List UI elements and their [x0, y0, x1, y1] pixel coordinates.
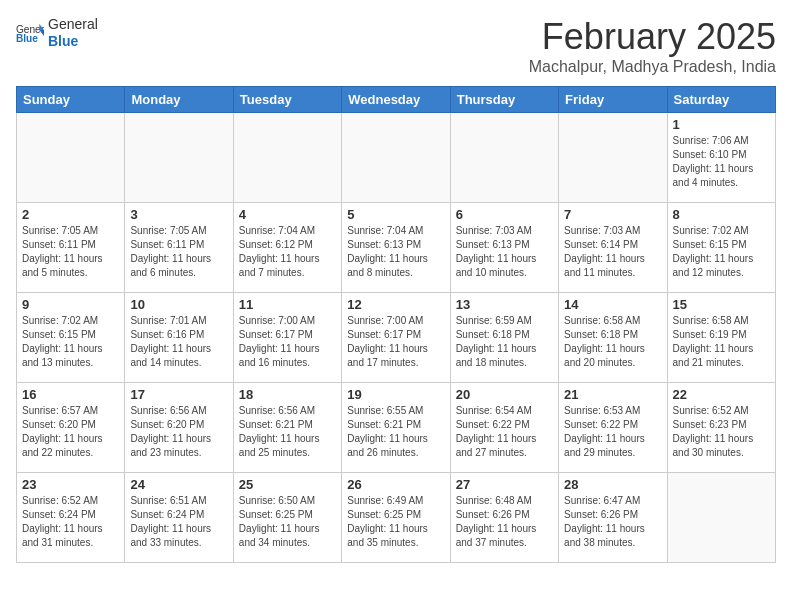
day-number: 14 [564, 297, 661, 312]
day-number: 1 [673, 117, 770, 132]
calendar-cell: 25Sunrise: 6:50 AM Sunset: 6:25 PM Dayli… [233, 473, 341, 563]
calendar-week-row: 2Sunrise: 7:05 AM Sunset: 6:11 PM Daylig… [17, 203, 776, 293]
day-of-week-header: Monday [125, 87, 233, 113]
calendar-cell: 22Sunrise: 6:52 AM Sunset: 6:23 PM Dayli… [667, 383, 775, 473]
day-number: 22 [673, 387, 770, 402]
logo-general-text: General [48, 16, 98, 33]
day-number: 17 [130, 387, 227, 402]
calendar-table: SundayMondayTuesdayWednesdayThursdayFrid… [16, 86, 776, 563]
calendar-cell: 3Sunrise: 7:05 AM Sunset: 6:11 PM Daylig… [125, 203, 233, 293]
calendar-cell: 2Sunrise: 7:05 AM Sunset: 6:11 PM Daylig… [17, 203, 125, 293]
day-number: 10 [130, 297, 227, 312]
calendar-cell: 13Sunrise: 6:59 AM Sunset: 6:18 PM Dayli… [450, 293, 558, 383]
logo-icon: General Blue [16, 22, 44, 44]
day-number: 24 [130, 477, 227, 492]
calendar-cell: 4Sunrise: 7:04 AM Sunset: 6:12 PM Daylig… [233, 203, 341, 293]
day-info: Sunrise: 6:53 AM Sunset: 6:22 PM Dayligh… [564, 404, 661, 460]
day-info: Sunrise: 6:47 AM Sunset: 6:26 PM Dayligh… [564, 494, 661, 550]
day-info: Sunrise: 7:01 AM Sunset: 6:16 PM Dayligh… [130, 314, 227, 370]
day-info: Sunrise: 6:54 AM Sunset: 6:22 PM Dayligh… [456, 404, 553, 460]
day-number: 23 [22, 477, 119, 492]
day-number: 21 [564, 387, 661, 402]
calendar-cell: 5Sunrise: 7:04 AM Sunset: 6:13 PM Daylig… [342, 203, 450, 293]
svg-text:Blue: Blue [16, 33, 38, 44]
logo-blue-text: Blue [48, 33, 98, 50]
day-of-week-header: Thursday [450, 87, 558, 113]
calendar-cell: 7Sunrise: 7:03 AM Sunset: 6:14 PM Daylig… [559, 203, 667, 293]
calendar-cell: 21Sunrise: 6:53 AM Sunset: 6:22 PM Dayli… [559, 383, 667, 473]
calendar-cell [450, 113, 558, 203]
calendar-week-row: 23Sunrise: 6:52 AM Sunset: 6:24 PM Dayli… [17, 473, 776, 563]
day-number: 3 [130, 207, 227, 222]
calendar-cell: 1Sunrise: 7:06 AM Sunset: 6:10 PM Daylig… [667, 113, 775, 203]
day-info: Sunrise: 6:48 AM Sunset: 6:26 PM Dayligh… [456, 494, 553, 550]
day-number: 19 [347, 387, 444, 402]
day-info: Sunrise: 7:02 AM Sunset: 6:15 PM Dayligh… [22, 314, 119, 370]
day-info: Sunrise: 7:03 AM Sunset: 6:14 PM Dayligh… [564, 224, 661, 280]
day-number: 27 [456, 477, 553, 492]
day-number: 20 [456, 387, 553, 402]
calendar-cell: 26Sunrise: 6:49 AM Sunset: 6:25 PM Dayli… [342, 473, 450, 563]
day-info: Sunrise: 6:52 AM Sunset: 6:24 PM Dayligh… [22, 494, 119, 550]
calendar-week-row: 1Sunrise: 7:06 AM Sunset: 6:10 PM Daylig… [17, 113, 776, 203]
day-info: Sunrise: 7:06 AM Sunset: 6:10 PM Dayligh… [673, 134, 770, 190]
calendar-cell: 11Sunrise: 7:00 AM Sunset: 6:17 PM Dayli… [233, 293, 341, 383]
calendar-subtitle: Machalpur, Madhya Pradesh, India [529, 58, 776, 76]
calendar-cell [17, 113, 125, 203]
day-number: 6 [456, 207, 553, 222]
day-info: Sunrise: 7:04 AM Sunset: 6:13 PM Dayligh… [347, 224, 444, 280]
day-number: 11 [239, 297, 336, 312]
calendar-cell: 16Sunrise: 6:57 AM Sunset: 6:20 PM Dayli… [17, 383, 125, 473]
day-info: Sunrise: 6:56 AM Sunset: 6:20 PM Dayligh… [130, 404, 227, 460]
day-of-week-header: Saturday [667, 87, 775, 113]
calendar-cell: 27Sunrise: 6:48 AM Sunset: 6:26 PM Dayli… [450, 473, 558, 563]
calendar-cell: 8Sunrise: 7:02 AM Sunset: 6:15 PM Daylig… [667, 203, 775, 293]
calendar-cell [667, 473, 775, 563]
day-of-week-header: Tuesday [233, 87, 341, 113]
day-info: Sunrise: 6:57 AM Sunset: 6:20 PM Dayligh… [22, 404, 119, 460]
calendar-cell: 20Sunrise: 6:54 AM Sunset: 6:22 PM Dayli… [450, 383, 558, 473]
calendar-cell [125, 113, 233, 203]
calendar-title: February 2025 [529, 16, 776, 58]
calendar-cell [233, 113, 341, 203]
day-number: 12 [347, 297, 444, 312]
day-info: Sunrise: 6:59 AM Sunset: 6:18 PM Dayligh… [456, 314, 553, 370]
day-info: Sunrise: 7:05 AM Sunset: 6:11 PM Dayligh… [22, 224, 119, 280]
day-number: 26 [347, 477, 444, 492]
day-info: Sunrise: 6:50 AM Sunset: 6:25 PM Dayligh… [239, 494, 336, 550]
day-info: Sunrise: 7:05 AM Sunset: 6:11 PM Dayligh… [130, 224, 227, 280]
calendar-week-row: 16Sunrise: 6:57 AM Sunset: 6:20 PM Dayli… [17, 383, 776, 473]
day-info: Sunrise: 7:04 AM Sunset: 6:12 PM Dayligh… [239, 224, 336, 280]
day-info: Sunrise: 6:51 AM Sunset: 6:24 PM Dayligh… [130, 494, 227, 550]
day-number: 13 [456, 297, 553, 312]
calendar-cell: 10Sunrise: 7:01 AM Sunset: 6:16 PM Dayli… [125, 293, 233, 383]
calendar-cell [342, 113, 450, 203]
calendar-cell: 18Sunrise: 6:56 AM Sunset: 6:21 PM Dayli… [233, 383, 341, 473]
calendar-cell: 24Sunrise: 6:51 AM Sunset: 6:24 PM Dayli… [125, 473, 233, 563]
logo: General Blue General Blue [16, 16, 98, 50]
day-info: Sunrise: 6:55 AM Sunset: 6:21 PM Dayligh… [347, 404, 444, 460]
calendar-cell: 17Sunrise: 6:56 AM Sunset: 6:20 PM Dayli… [125, 383, 233, 473]
day-number: 15 [673, 297, 770, 312]
calendar-cell: 6Sunrise: 7:03 AM Sunset: 6:13 PM Daylig… [450, 203, 558, 293]
day-number: 5 [347, 207, 444, 222]
day-info: Sunrise: 7:00 AM Sunset: 6:17 PM Dayligh… [239, 314, 336, 370]
calendar-header-row: SundayMondayTuesdayWednesdayThursdayFrid… [17, 87, 776, 113]
day-of-week-header: Sunday [17, 87, 125, 113]
calendar-cell: 28Sunrise: 6:47 AM Sunset: 6:26 PM Dayli… [559, 473, 667, 563]
day-info: Sunrise: 7:03 AM Sunset: 6:13 PM Dayligh… [456, 224, 553, 280]
day-number: 2 [22, 207, 119, 222]
day-info: Sunrise: 6:58 AM Sunset: 6:18 PM Dayligh… [564, 314, 661, 370]
calendar-cell [559, 113, 667, 203]
day-number: 4 [239, 207, 336, 222]
calendar-cell: 9Sunrise: 7:02 AM Sunset: 6:15 PM Daylig… [17, 293, 125, 383]
title-block: February 2025 Machalpur, Madhya Pradesh,… [529, 16, 776, 76]
calendar-cell: 23Sunrise: 6:52 AM Sunset: 6:24 PM Dayli… [17, 473, 125, 563]
day-of-week-header: Friday [559, 87, 667, 113]
day-info: Sunrise: 6:56 AM Sunset: 6:21 PM Dayligh… [239, 404, 336, 460]
day-info: Sunrise: 7:02 AM Sunset: 6:15 PM Dayligh… [673, 224, 770, 280]
calendar-cell: 15Sunrise: 6:58 AM Sunset: 6:19 PM Dayli… [667, 293, 775, 383]
day-info: Sunrise: 6:52 AM Sunset: 6:23 PM Dayligh… [673, 404, 770, 460]
page-header: General Blue General Blue February 2025 … [16, 16, 776, 76]
day-number: 25 [239, 477, 336, 492]
